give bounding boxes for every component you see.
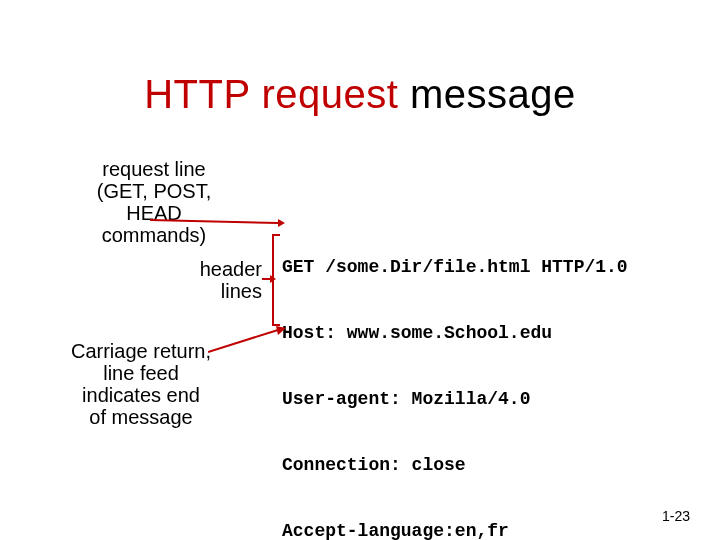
title-plain: message [410,72,576,116]
bracket-header-lines [272,234,280,326]
code-line-1: GET /some.Dir/file.html HTTP/1.0 [282,256,628,278]
code-line-3: User-agent: Mozilla/4.0 [282,388,628,410]
arrow-crlf [208,326,288,356]
http-request-code: GET /some.Dir/file.html HTTP/1.0 Host: w… [282,212,628,540]
code-line-2: Host: www.some.School.edu [282,322,628,344]
code-line-5: Accept-language:en,fr [282,520,628,540]
slide-title: HTTP request message [0,72,720,117]
label-crlf: Carriage return,line feedindicates endof… [66,340,216,428]
code-line-4: Connection: close [282,454,628,476]
svg-line-4 [208,330,278,352]
slide-number: 1-23 [662,508,690,524]
label-request-line: request line(GET, POST,HEAD commands) [74,158,234,246]
title-accent: HTTP request [144,72,410,116]
label-header-lines: headerlines [184,258,262,302]
